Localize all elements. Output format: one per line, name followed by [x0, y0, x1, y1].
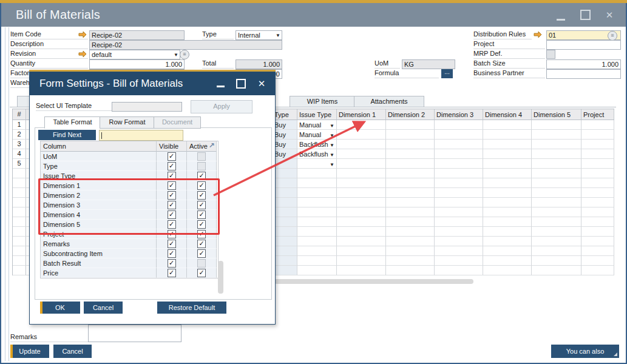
empty-row[interactable] — [273, 266, 614, 275]
link-arrow-icon[interactable] — [78, 31, 87, 38]
you-can-also-button[interactable]: You can also — [551, 345, 619, 358]
active-checkbox[interactable] — [187, 161, 217, 171]
empty-row[interactable] — [273, 207, 614, 217]
empty-row[interactable] — [273, 227, 614, 237]
empty-row[interactable] — [273, 256, 614, 266]
close-icon[interactable]: ✕ — [604, 10, 615, 21]
type-cell[interactable]: Buy — [273, 140, 297, 149]
ok-button[interactable]: OK — [40, 302, 80, 314]
table-row[interactable]: ▼ — [273, 159, 614, 169]
col-header-dimension-4[interactable]: Dimension 4 — [483, 109, 532, 120]
vertical-scrollbar[interactable] — [218, 261, 223, 294]
visible-checkbox[interactable] — [157, 258, 187, 268]
cancel-button[interactable]: Cancel — [53, 345, 92, 358]
revision-dropdown[interactable]: default ▼ — [89, 50, 180, 59]
table-row[interactable]: Subcontracting Item — [41, 249, 218, 258]
dropdown-arrow-icon[interactable]: ▼ — [330, 161, 334, 169]
tab-table-format[interactable]: Table Format — [44, 116, 101, 129]
empty-row[interactable] — [273, 198, 614, 207]
col-header-dimension-3[interactable]: Dimension 3 — [435, 109, 483, 120]
find-input[interactable] — [99, 130, 183, 141]
col-header-dimension-5[interactable]: Dimension 5 — [532, 109, 581, 120]
tab-attachments[interactable]: Attachments — [354, 96, 424, 107]
col-header-dimension-1[interactable]: Dimension 1 — [337, 109, 386, 120]
tab-wip-items[interactable]: WIP Items — [290, 96, 355, 107]
restore-default-button[interactable]: Restore Default — [157, 302, 226, 314]
dropdown-arrow-icon[interactable]: ▼ — [330, 132, 334, 140]
type-cell[interactable]: Buy — [273, 149, 297, 159]
issue-type-cell[interactable]: Manual▼ — [297, 130, 337, 140]
tab-document[interactable]: Document — [154, 116, 201, 129]
minimize-icon[interactable] — [555, 10, 566, 21]
table-row[interactable]: Type — [41, 161, 218, 171]
find-next-button[interactable]: Find Next — [38, 130, 96, 140]
mrp-def-checkbox[interactable] — [546, 50, 555, 59]
visible-checkbox[interactable] — [157, 152, 187, 161]
table-row[interactable]: Remarks — [41, 239, 218, 249]
visible-checkbox[interactable] — [157, 161, 187, 171]
description-field[interactable]: Recipe-02 — [89, 40, 282, 50]
batch-size-field[interactable]: 1.000 — [546, 59, 621, 69]
table-row[interactable]: UoM — [41, 152, 218, 161]
type-dropdown[interactable]: Internal ▼ — [236, 30, 282, 40]
col-header-issue-type[interactable]: Issue Type — [297, 109, 337, 120]
total-field: 1.000 — [236, 59, 282, 69]
visible-checkbox[interactable] — [157, 249, 187, 258]
col-header-dimension-2[interactable]: Dimension 2 — [386, 109, 435, 120]
active-checkbox[interactable] — [187, 249, 217, 258]
dialog-minimize-icon[interactable] — [215, 79, 225, 89]
active-checkbox[interactable] — [187, 268, 217, 278]
project-field[interactable] — [546, 40, 621, 50]
issue-type-cell[interactable]: ▼ — [297, 159, 337, 169]
dropdown-arrow-icon[interactable]: ▼ — [330, 141, 334, 149]
item-code-field[interactable]: Recipe-02 — [89, 30, 185, 40]
table-row[interactable]: Buy Backflush▼ — [273, 149, 614, 159]
type-cell[interactable]: Buy — [273, 120, 297, 130]
horizontal-scrollbar[interactable] — [274, 279, 473, 284]
visible-checkbox[interactable] — [157, 239, 187, 249]
active-checkbox[interactable] — [187, 152, 217, 161]
remarks-textarea[interactable] — [88, 325, 181, 342]
link-arrow-icon[interactable] — [78, 50, 87, 58]
empty-row[interactable] — [273, 178, 614, 188]
issue-type-cell[interactable]: Manual▼ — [297, 120, 337, 130]
link-arrow-icon[interactable] — [534, 31, 542, 38]
ui-template-field[interactable] — [112, 102, 182, 112]
active-checkbox[interactable] — [187, 239, 217, 249]
col-header-type[interactable]: Type — [273, 109, 297, 120]
table-row[interactable]: Buy Manual▼ — [273, 130, 614, 140]
col-header-project[interactable]: Project — [581, 109, 614, 120]
empty-row[interactable] — [273, 217, 614, 227]
table-row[interactable]: Buy Manual▼ — [273, 120, 614, 130]
type-cell[interactable] — [273, 159, 297, 169]
table-row[interactable]: Batch Result — [41, 258, 218, 268]
dialog-titlebar[interactable]: Form Settings - Bill of Materials ✕ — [30, 72, 275, 95]
visible-checkbox[interactable] — [157, 268, 187, 278]
table-row[interactable]: Price — [41, 268, 218, 278]
tab-row-format[interactable]: Row Format — [100, 116, 155, 129]
choose-from-list-icon[interactable]: ≡ — [180, 50, 189, 59]
empty-row[interactable] — [273, 246, 614, 256]
update-button[interactable]: Update — [10, 345, 49, 358]
total-label: Total — [202, 59, 234, 69]
empty-row[interactable] — [273, 237, 614, 246]
dialog-maximize-icon[interactable] — [236, 79, 246, 89]
choose-from-list-icon[interactable]: ≡ — [608, 31, 617, 41]
maximize-icon[interactable] — [580, 10, 591, 21]
dialog-close-icon[interactable]: ✕ — [257, 79, 266, 89]
quantity-field[interactable]: 1.000 — [89, 59, 185, 69]
active-checkbox[interactable] — [187, 258, 217, 268]
empty-row[interactable] — [273, 169, 614, 178]
issue-type-cell[interactable]: Backflush▼ — [297, 149, 337, 159]
type-cell[interactable]: Buy — [273, 130, 297, 140]
table-row[interactable]: Buy Backflush▼ — [273, 140, 614, 149]
expand-grid-icon[interactable]: ↗ — [208, 142, 215, 150]
formula-browse-button[interactable]: ... — [441, 69, 453, 78]
business-partner-field[interactable] — [546, 69, 621, 79]
dialog-cancel-button[interactable]: Cancel — [84, 302, 123, 314]
dropdown-arrow-icon[interactable]: ▼ — [330, 122, 334, 130]
dropdown-arrow-icon[interactable]: ▼ — [330, 151, 334, 159]
empty-row[interactable] — [273, 188, 614, 198]
issue-type-cell[interactable]: Backflush▼ — [297, 140, 337, 149]
apply-button[interactable]: Apply — [191, 100, 252, 113]
